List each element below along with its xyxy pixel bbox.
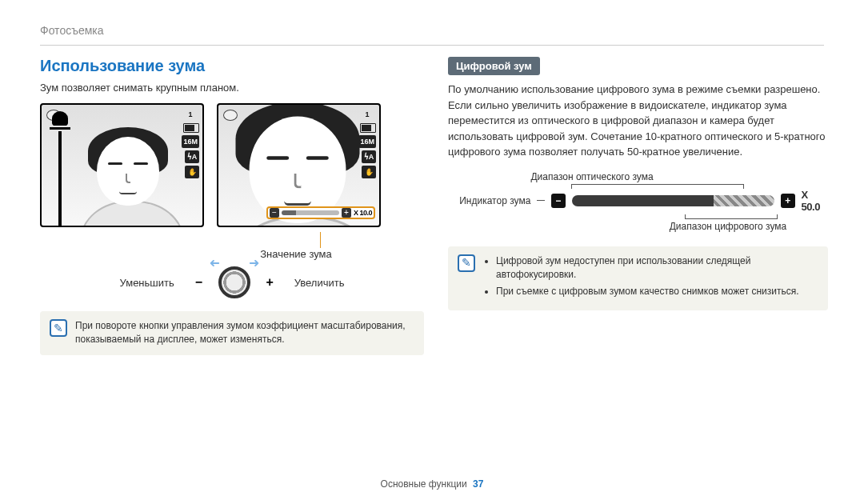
breadcrumb: Фотосъемка <box>40 24 824 37</box>
digital-zoom-heading: Цифровой зум <box>448 57 540 75</box>
note-list: Цифровой зум недоступен при использовани… <box>483 254 818 302</box>
note-text: При повороте кнопки управления зумом коэ… <box>75 319 414 347</box>
digital-zoom-body: По умолчанию использование цифрового зум… <box>448 82 828 160</box>
right-column: Цифровой зум По умолчанию использование … <box>448 57 828 355</box>
zoom-in-icon: + <box>781 194 795 208</box>
left-column: Использование зума Зум позволяет снимать… <box>40 57 424 355</box>
page-footer: Основные функции 37 <box>0 478 864 490</box>
leader-line <box>537 200 545 201</box>
stabilizer-icon: ✋ <box>362 166 376 178</box>
footer-section: Основные функции <box>381 478 467 490</box>
note-box-right: ✎ Цифровой зум недоступен при использова… <box>448 246 828 310</box>
zoom-in-icon: + <box>342 208 351 218</box>
increase-label: Увеличить <box>294 277 345 289</box>
note-box-left: ✎ При повороте кнопки управления зумом к… <box>40 311 424 355</box>
lamp-post-graphic <box>48 111 72 226</box>
zoom-out-icon: − <box>551 194 566 208</box>
minus-icon: − <box>195 275 202 290</box>
camera-preview-wide: 1 16M ϟA ✋ <box>40 103 204 227</box>
page-number: 37 <box>473 478 483 490</box>
zoom-max-label: X 50.0 <box>802 189 829 213</box>
camera-preview-zoomed: 1 16M ϟA ✋ − + X 10.0 <box>217 103 381 227</box>
lead-text: Зум позволяет снимать крупным планом. <box>40 82 424 94</box>
stabilizer-icon: ✋ <box>185 166 199 178</box>
arrow-left-icon: ➜ <box>210 255 220 270</box>
zoom-track <box>282 210 339 215</box>
subject-portrait <box>80 127 176 227</box>
note-icon: ✎ <box>50 319 67 337</box>
flash-icon: ϟA <box>185 150 199 163</box>
resolution-icon: 16M <box>358 135 376 148</box>
arrow-right-icon: ➜ <box>249 255 259 270</box>
zoom-value-label: X 10.0 <box>354 209 372 217</box>
digital-bracket <box>685 214 778 219</box>
dial-graphic <box>218 266 250 298</box>
zoom-indicator-label: Индикатор зума <box>448 195 530 206</box>
callout-leader <box>320 232 424 248</box>
battery-icon <box>183 123 199 133</box>
zoom-range-track <box>572 195 774 206</box>
zoom-overlay-bar: − + X 10.0 <box>266 206 375 219</box>
zoom-value-caption: Значение зума <box>168 248 424 260</box>
decrease-label: Уменьшить <box>120 277 174 289</box>
counter-icon: 1 <box>358 108 376 121</box>
digital-range-label: Диапазон цифрового зума <box>648 221 808 232</box>
resolution-icon: 16M <box>182 135 199 148</box>
optical-range-label: Диапазон оптического зума <box>504 171 680 182</box>
note-item: При съемке с цифровым зумом качество сни… <box>496 285 818 298</box>
plus-icon: + <box>266 275 273 290</box>
note-icon: ✎ <box>458 254 475 272</box>
note-item: Цифровой зум недоступен при использовани… <box>496 254 818 282</box>
section-title-zoom: Использование зума <box>40 57 424 75</box>
zoom-dial: ➜ ➜ − + <box>206 266 262 298</box>
counter-icon: 1 <box>182 108 199 121</box>
zoom-range-diagram: Диапазон оптического зума Индикатор зума… <box>448 171 828 232</box>
battery-icon <box>360 123 376 133</box>
flash-icon: ϟA <box>362 150 376 163</box>
zoom-out-icon: − <box>270 208 279 218</box>
divider <box>40 45 824 46</box>
